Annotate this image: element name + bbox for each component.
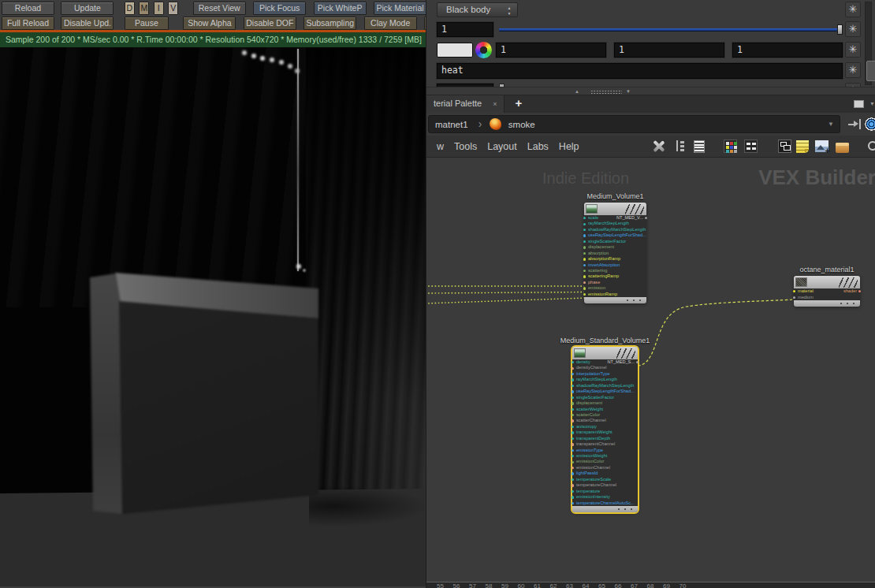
- color-g-field[interactable]: 1: [614, 43, 724, 58]
- splitter-collapse-down-icon[interactable]: ▼: [626, 89, 631, 94]
- node-parameter-row[interactable]: singleScatterFactor: [572, 395, 638, 400]
- color-swatch[interactable]: [437, 43, 473, 58]
- input-connector[interactable]: [583, 281, 586, 284]
- input-connector[interactable]: [572, 496, 574, 498]
- render-toolbar-button[interactable]: Full Reload: [2, 17, 54, 30]
- pin-pane-icon[interactable]: [848, 118, 862, 130]
- node-parameter-row[interactable]: densityChannel: [572, 365, 638, 370]
- node-parameter-row[interactable]: anisotropy: [572, 424, 638, 430]
- output-connector[interactable]: [636, 443, 639, 445]
- node-parameter-row[interactable]: temperatureScale: [572, 477, 638, 482]
- render-toolbar-button[interactable]: Pick WhiteP: [314, 2, 367, 15]
- tab-close-icon[interactable]: ×: [493, 100, 497, 108]
- output-connector[interactable]: [636, 378, 639, 381]
- color-wheel-icon[interactable]: [475, 42, 492, 58]
- input-connector[interactable]: [572, 373, 574, 375]
- node-parameter-row[interactable]: emissionWeight: [572, 453, 638, 459]
- node-header[interactable]: [584, 203, 646, 215]
- node-parameter-row[interactable]: scatterColor: [572, 412, 638, 418]
- input-connector[interactable]: [572, 490, 574, 493]
- input-connector[interactable]: [572, 396, 574, 399]
- node-parameter-row[interactable]: singleScatterFactor: [584, 239, 646, 244]
- input-connector[interactable]: [572, 472, 574, 474]
- node-body[interactable]: density NT_MED_S... densityChannel: [572, 347, 638, 512]
- node-parameter-row[interactable]: absorptionRamp: [584, 256, 646, 262]
- node-parameter-row[interactable]: temperatureChannel: [572, 482, 638, 488]
- input-connector[interactable]: [572, 385, 574, 387]
- node-parameter-row[interactable]: scatterChannel: [572, 418, 638, 423]
- color-palette-icon[interactable]: [724, 140, 737, 153]
- render-toolbar-button[interactable]: Show Alpha: [183, 17, 236, 30]
- network-box-icon[interactable]: [836, 143, 849, 153]
- color-b-field[interactable]: 1: [732, 43, 843, 58]
- channel-field[interactable]: heat: [437, 63, 843, 79]
- list-view-icon[interactable]: [694, 140, 705, 153]
- render-toolbar-button[interactable]: Reload: [2, 2, 54, 15]
- node-flags-icon[interactable]: [616, 348, 635, 359]
- render-toolbar-button[interactable]: Update: [61, 2, 114, 15]
- render-toolbar-button[interactable]: Subsampling: [303, 17, 356, 30]
- output-connector[interactable]: [636, 419, 639, 422]
- breadcrumb-context[interactable]: matnet1: [435, 120, 468, 129]
- node-parameter-row[interactable]: phase: [584, 280, 646, 285]
- menu-item[interactable]: Help: [559, 141, 579, 152]
- node-parameter-row[interactable]: rayMarchStepLength: [584, 221, 646, 226]
- slider-handle[interactable]: [837, 24, 843, 35]
- output-connector[interactable]: [636, 367, 639, 370]
- node-parameter-row[interactable]: scale NT_MED_V...: [584, 215, 646, 221]
- node-medium-volume1[interactable]: Medium_Volume1 scale NT_MED_V...: [584, 192, 646, 303]
- menu-item[interactable]: Tools: [454, 141, 477, 152]
- node-body[interactable]: material shader medium: [794, 276, 860, 307]
- wire-emission[interactable]: [426, 292, 585, 294]
- input-connector[interactable]: [572, 455, 574, 457]
- node-parameter-row[interactable]: transparentWeight: [572, 430, 638, 435]
- tree-view-icon[interactable]: [674, 140, 687, 153]
- grid-view-icon[interactable]: [744, 140, 758, 153]
- node-parameter-row[interactable]: emissionIntensity: [572, 494, 638, 500]
- output-connector[interactable]: [636, 390, 639, 393]
- output-connector[interactable]: [645, 275, 647, 277]
- output-connector[interactable]: [645, 287, 647, 289]
- input-connector[interactable]: [572, 408, 574, 411]
- color-r-field[interactable]: 1: [496, 43, 606, 58]
- frame-ruler[interactable]: 55565758596061626364656667686970: [426, 582, 875, 588]
- input-connector[interactable]: [572, 402, 574, 404]
- render-toolbar-button[interactable]: Pick Focus: [253, 2, 306, 15]
- node-parameter-row[interactable]: material shader: [794, 288, 860, 295]
- node-medium-standard-volume1[interactable]: Medium_Standard_Volume1 density NT_MED_S…: [572, 337, 638, 512]
- splitter-collapse-up-icon[interactable]: ▲: [575, 89, 579, 94]
- node-parameter-row[interactable]: interpolationType: [572, 371, 638, 377]
- node-parameter-row[interactable]: useRayStepLengthForShad...: [572, 389, 638, 394]
- path-field[interactable]: matnet1 › smoke ▼: [428, 115, 840, 133]
- output-connector[interactable]: [645, 223, 647, 225]
- input-connector[interactable]: [583, 246, 586, 248]
- input-connector[interactable]: [583, 217, 586, 219]
- splitter-grip-icon[interactable]: [590, 90, 622, 95]
- render-toolbar-button[interactable]: Clay Mode: [364, 17, 417, 30]
- render-toolbar-button[interactable]: Disable Upd.: [61, 17, 114, 30]
- param-menu-gear-icon[interactable]: ✳: [845, 62, 861, 78]
- power-field[interactable]: 1: [437, 22, 493, 37]
- node-flags-icon[interactable]: [625, 204, 644, 214]
- network-editor[interactable]: Indie Edition VEX Builder Medium_Volume1: [426, 158, 875, 588]
- node-flags-icon[interactable]: [839, 277, 858, 288]
- node-parameter-row[interactable]: lightPassId: [572, 471, 638, 476]
- input-connector[interactable]: [572, 431, 574, 434]
- input-connector[interactable]: [572, 502, 574, 504]
- input-connector[interactable]: [583, 264, 586, 266]
- node-header[interactable]: [572, 347, 638, 359]
- menu-item[interactable]: w: [437, 141, 444, 152]
- node-parameter-row[interactable]: displacement: [572, 400, 638, 406]
- slider-track[interactable]: [499, 28, 841, 31]
- output-connector[interactable]: [636, 431, 639, 434]
- param-menu-gear-icon[interactable]: ✳: [845, 2, 861, 17]
- pane-splitter[interactable]: ▲ ▼: [426, 87, 875, 95]
- render-toolbar-button[interactable]: D: [125, 2, 135, 15]
- path-dropdown-arrow-icon[interactable]: ▼: [828, 116, 834, 133]
- search-icon[interactable]: [866, 140, 875, 153]
- node-parameter-row[interactable]: temperatureChannelAutoSc...: [572, 501, 638, 506]
- input-connector[interactable]: [583, 275, 586, 277]
- node-parameter-row[interactable]: transparentChannel: [572, 441, 638, 447]
- node-parameter-row[interactable]: scatteringRamp: [584, 274, 646, 279]
- render-toolbar-button[interactable]: I: [154, 2, 164, 15]
